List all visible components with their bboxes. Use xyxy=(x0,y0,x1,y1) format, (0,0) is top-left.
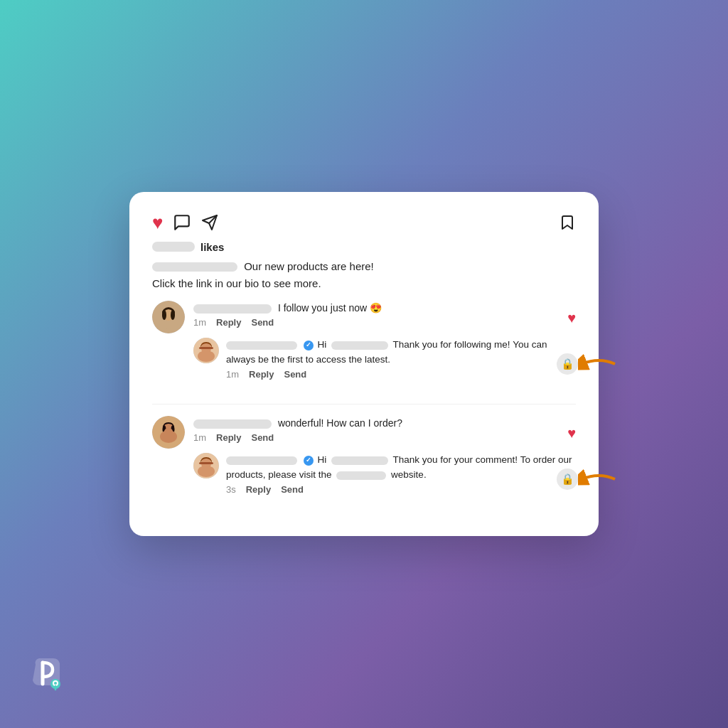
like-icon[interactable]: ♥ xyxy=(152,212,163,234)
reply-button-2[interactable]: Reply xyxy=(216,432,241,443)
reply-username-placeholder-2 xyxy=(226,456,297,465)
reply-recipient-placeholder xyxy=(331,341,388,350)
reply-actions-2: 3s Reply Send xyxy=(226,484,576,495)
reply-content-2: Hi Thank you for your comment! To order … xyxy=(226,453,576,505)
comment-time: 1m xyxy=(193,317,206,328)
comment-time-2: 1m xyxy=(193,432,206,443)
commenter-name-placeholder xyxy=(193,304,272,314)
svg-point-6 xyxy=(162,310,166,320)
comment-text-2: wonderful! How can I order? xyxy=(193,416,559,431)
svg-point-7 xyxy=(171,310,175,320)
reply-text-2: Hi Thank you for your comment! To order … xyxy=(226,453,576,483)
verified-icon-2 xyxy=(304,456,314,466)
reply-reply-button-2[interactable]: Reply xyxy=(246,484,271,495)
comment-actions: 1m Reply Send xyxy=(193,317,559,328)
card-header: ♥ xyxy=(152,212,576,234)
comment-row-2: wonderful! How can I order? 1m Reply Sen… xyxy=(152,416,576,450)
svg-point-11 xyxy=(198,350,215,362)
send-icon[interactable] xyxy=(201,214,218,231)
comment-text: I follow you just now 😍 xyxy=(193,301,559,316)
caption-username-placeholder xyxy=(152,262,237,272)
svg-rect-22 xyxy=(199,462,213,464)
pallyy-logo xyxy=(28,654,71,700)
reply-actions: 1m Reply Send xyxy=(226,369,576,380)
reply-avatar-2 xyxy=(193,453,219,478)
lock-bubble-2: 🔒 xyxy=(557,469,578,490)
reply-row: Hi Thank you for following me! You can a… xyxy=(193,338,576,390)
svg-point-19 xyxy=(160,430,177,443)
send-button[interactable]: Send xyxy=(251,317,274,328)
comment-icon[interactable] xyxy=(173,213,191,232)
caption-line2: Click the link in our bio to see more. xyxy=(152,277,576,289)
bookmark-icon[interactable] xyxy=(559,214,576,231)
avatar-2 xyxy=(152,416,185,449)
likes-row: likes xyxy=(152,241,576,253)
reply-send-button[interactable]: Send xyxy=(284,369,306,380)
action-icons: ♥ xyxy=(152,212,218,234)
likes-count-placeholder xyxy=(152,242,195,252)
verified-icon xyxy=(304,341,314,350)
comment-actions-2: 1m Reply Send xyxy=(193,432,559,443)
svg-point-23 xyxy=(198,466,215,477)
lock-bubble-1: 🔒 xyxy=(557,353,578,375)
comment-content-2: wonderful! How can I order? 1m Reply Sen… xyxy=(193,416,559,450)
reply-avatar xyxy=(193,338,219,363)
reply-row-2: Hi Thank you for your comment! To order … xyxy=(193,453,576,505)
commenter-name-placeholder-2 xyxy=(193,419,272,429)
website-placeholder xyxy=(336,471,386,480)
arrow-annotation-1: 🔒 xyxy=(557,353,617,375)
post-card: ♥ likes Our new products are here! Click… xyxy=(129,192,599,536)
reply-text: Hi Thank you for following me! You can a… xyxy=(226,338,576,368)
reply-username-placeholder xyxy=(226,341,297,350)
send-button-2[interactable]: Send xyxy=(251,432,274,443)
reply-recipient-placeholder-2 xyxy=(331,456,388,465)
reply-time-2: 3s xyxy=(226,484,236,495)
orange-arrow-2 xyxy=(578,469,617,490)
caption-line1: Our new products are here! xyxy=(152,259,576,275)
svg-rect-10 xyxy=(199,347,213,349)
likes-label: likes xyxy=(200,241,224,253)
comments-section: I follow you just now 😍 1m Reply Send ♥ xyxy=(152,301,576,513)
reply-time: 1m xyxy=(226,369,239,380)
reply-wrapper: Hi Thank you for following me! You can a… xyxy=(152,338,576,392)
reply-wrapper-2: Hi Thank you for your comment! To order … xyxy=(152,453,576,508)
comment-divider xyxy=(152,404,576,405)
reply-button[interactable]: Reply xyxy=(216,317,241,328)
comment-row: I follow you just now 😍 1m Reply Send ♥ xyxy=(152,301,576,335)
avatar xyxy=(152,301,185,333)
comment-heart-icon-2[interactable]: ♥ xyxy=(567,425,576,441)
orange-arrow-1 xyxy=(578,353,617,375)
arrow-annotation-2: 🔒 xyxy=(557,469,617,490)
svg-point-27 xyxy=(54,682,57,685)
reply-reply-button[interactable]: Reply xyxy=(249,369,274,380)
reply-send-button-2[interactable]: Send xyxy=(281,484,304,495)
comment-heart-icon[interactable]: ♥ xyxy=(567,310,576,326)
comment-content: I follow you just now 😍 1m Reply Send xyxy=(193,301,559,335)
reply-content: Hi Thank you for following me! You can a… xyxy=(226,338,576,390)
